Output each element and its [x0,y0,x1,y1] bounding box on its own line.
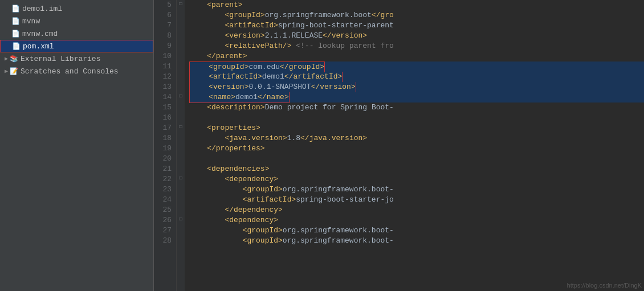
code-line-22: <dependency> [189,174,644,185]
sidebar-item-mvnw-cmd[interactable]: 📄 mvnw.cmd [0,27,153,40]
code-line-19: </properties> [189,144,644,154]
line-num: 12 [154,72,172,82]
expand-icon: ▶ [5,68,8,75]
line-num: 23 [154,185,172,195]
line-num: 22 [154,174,172,185]
watermark: https://blog.csdn.net/DingK [567,282,642,289]
fold-icon-5[interactable]: ◻ [177,0,185,7]
sidebar-item-demo1-iml[interactable]: 📄 demo1.iml [0,2,153,15]
line-num: 24 [154,195,172,205]
line-num: 20 [154,154,172,164]
file-icon: 📄 [11,17,20,26]
fold-icon-18[interactable]: ◻ [177,174,185,181]
code-line-26: <dependency> [189,215,644,226]
line-num: 10 [154,51,172,62]
code-line-8: <version>2.1.1.RELEASE</version> [189,31,644,41]
code-line-25: </dependency> [189,205,644,215]
expand-icon: ▶ [5,55,8,62]
code-line-17: <properties> [189,123,644,133]
code-line-11: <groupId>com.edu</groupId> [189,62,644,72]
code-line-15: <description>Demo project for Spring Boo… [189,103,644,113]
code-line-21: <dependencies> [189,164,644,174]
code-line-12: <artifactId>demo1</artifactId> [189,72,644,82]
line-num: 11 [154,62,172,72]
file-icon: 📄 [11,5,20,13]
xml-file-icon: 📄 [12,42,21,51]
line-num: 19 [154,144,172,154]
code-line-10: </parent> [189,51,644,62]
sidebar-item-label: mvnw [22,17,40,26]
code-line-14: <name>demo1</name> [189,92,644,103]
fold-icon-10[interactable]: ◻ [177,92,185,99]
code-line-20 [189,154,644,164]
line-num: 25 [154,205,172,215]
code-line-16 [189,113,644,123]
scratch-icon: 📝 [10,67,18,76]
line-num: 9 [154,41,172,51]
line-num: 18 [154,133,172,144]
line-num: 21 [154,164,172,174]
line-num: 27 [154,226,172,236]
line-num: 13 [154,82,172,92]
sidebar-item-external-libraries[interactable]: ▶ 📚 External Libraries [0,52,153,65]
code-line-6: <groupId>org.springframework.boot</gro [189,10,644,21]
line-num: 16 [154,113,172,123]
fold-icon-22[interactable]: ◻ [177,215,185,222]
sidebar-item-pom-xml[interactable]: 📄 pom.xml [0,40,153,52]
fold-icon-13[interactable]: ◻ [177,123,185,130]
line-numbers: 5 6 7 8 9 10 11 12 13 14 15 16 17 18 19 … [154,0,177,291]
sidebar-item-label: mvnw.cmd [22,30,58,38]
sidebar-item-mvnw[interactable]: 📄 mvnw [0,15,153,27]
code-line-28: <groupId>org.springframework.boot- [189,236,644,246]
code-line-9: <relativePath/> <!-- lookup parent fro [189,41,644,51]
code-editor[interactable]: <parent> <groupId>org.springframework.bo… [185,0,644,291]
line-num: 6 [154,10,172,21]
sidebar-item-scratches-consoles[interactable]: ▶ 📝 Scratches and Consoles [0,65,153,77]
line-num: 26 [154,215,172,226]
library-icon: 📚 [10,55,18,63]
code-line-18: <java.version>1.8</java.version> [189,133,644,144]
sidebar-item-label: Scratches and Consoles [21,67,119,76]
code-line-13: <version>0.0.1-SNAPSHOT</version> [189,82,644,92]
sidebar-item-label: demo1.iml [22,5,62,13]
editor-gutter: ◻ ◻ ◻ ◻ ◻ [177,0,185,291]
code-line-24: <artifactId>spring-boot-starter-jo [189,195,644,205]
code-line-7: <artifactId>spring-boot-starter-parent [189,21,644,31]
editor-panel: 5 6 7 8 9 10 11 12 13 14 15 16 17 18 19 … [154,0,644,291]
line-num: 28 [154,236,172,246]
line-num: 7 [154,21,172,31]
code-line-5: <parent> [189,0,644,10]
line-num: 15 [154,103,172,113]
sidebar-item-label: pom.xml [23,42,54,51]
sidebar: 📄 demo1.iml 📄 mvnw 📄 mvnw.cmd 📄 pom.xml … [0,0,154,291]
line-num: 14 [154,92,172,103]
code-line-27: <groupId>org.springframework.boot- [189,226,644,236]
file-icon: 📄 [11,30,20,38]
line-num: 17 [154,123,172,133]
line-num: 8 [154,31,172,41]
code-line-23: <groupId>org.springframework.boot- [189,185,644,195]
line-num: 5 [154,0,172,10]
sidebar-item-label: External Libraries [21,55,100,63]
